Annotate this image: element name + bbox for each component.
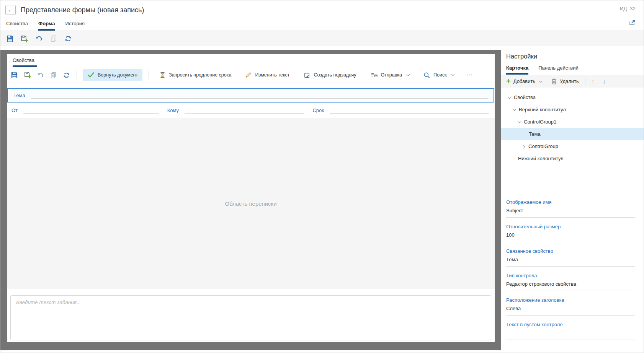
from-field[interactable]: От [11,107,159,113]
toolbar-separator [585,78,585,85]
toolbar-separator [149,71,149,79]
page-title: Представление формы (новая запись) [21,6,144,14]
chevron-down-icon [539,79,542,82]
settings-panel: Настройки Карточка Панель действий + Доб… [501,50,644,350]
subject-field-input[interactable] [31,98,488,99]
record-id: ИД: 32 [620,6,636,11]
chevron-down-icon [407,73,410,76]
hourglass-icon [160,72,165,78]
property-editor: Отображаемое имя Subject Относительный р… [501,190,644,340]
property-relative-size: Относительный размер 100 [506,218,635,242]
edit-text-button[interactable]: Изменить текст [241,69,294,81]
delete-button[interactable]: Удалить [551,78,579,85]
property-bound-property: Связанное свойство Тема [506,242,635,267]
tree-item-properties[interactable]: Свойства [501,91,644,103]
tab-history[interactable]: История [65,21,85,31]
property-value[interactable]: Тема [506,257,635,263]
property-value[interactable]: Редактор строкового свойства [506,281,635,287]
form-designer-canvas: Свойства [0,50,501,350]
deadline-field[interactable]: Срок [312,107,489,113]
correspondence-area: Область переписки [7,118,495,289]
page-header: ← Представление формы (новая запись) ИД:… [0,0,644,31]
form-save-icon[interactable] [10,71,18,79]
move-down-button[interactable]: ↓ [603,78,606,85]
pencil-icon [245,72,252,78]
save-and-add-icon[interactable] [20,35,28,43]
back-button[interactable]: ← [5,5,16,15]
form-tabbar: Свойства [7,54,495,67]
tree-item-controlgroup1[interactable]: ControlGroup1 [501,115,644,128]
tree-item-header[interactable]: Верхний колонтитул [501,103,644,115]
tree-item-controlgroup[interactable]: ControlGroup [501,140,644,152]
undo-icon[interactable] [35,35,43,43]
property-display-name: Отображаемое имя Subject [506,190,635,218]
subtask-icon [304,72,310,78]
to-field-input[interactable] [185,113,304,114]
copy-icon[interactable] [49,35,57,43]
refresh-icon[interactable] [64,35,72,43]
property-value[interactable]: Subject [506,208,635,214]
spacer [501,164,644,190]
tab-action-panel[interactable]: Панель действий [538,65,578,75]
property-control-type: Тип контрола Редактор строкового свойств… [506,267,635,291]
task-text-section [7,289,495,342]
settings-tabs: Карточка Панель действий [506,65,635,75]
property-value[interactable]: 100 [506,232,635,238]
controls-tree: Свойства Верхний колонтитул ControlGroup… [501,91,644,164]
request-extension-button[interactable]: Запросить продление срока [155,69,236,81]
return-document-button[interactable]: Вернуть документ [83,69,142,81]
form-fields-row: От Кому Срок [7,102,495,118]
property-value[interactable]: Слева [506,306,635,312]
chevron-down-icon [451,73,454,76]
tab-properties[interactable]: Свойства [6,21,28,31]
subject-field-label: Тема [13,93,31,98]
settings-toolbar: + Добавить Удалить ↑ [501,75,644,88]
form-tab-properties[interactable]: Свойства [13,57,37,67]
property-empty-control-text: Текст в пустом контроле [506,316,635,340]
send-icon [371,72,378,78]
send-button[interactable]: Отправка [366,69,414,81]
trash-icon [551,78,557,85]
more-actions-button[interactable]: ⋯ [464,72,476,78]
chevron-down-icon[interactable] [508,95,512,99]
tab-card[interactable]: Карточка [506,65,528,75]
deadline-field-input[interactable] [330,113,489,114]
form-save-and-add-icon[interactable] [23,71,31,79]
form-copy-icon[interactable] [49,71,57,79]
check-icon [88,72,94,78]
correspondence-area-label: Область переписки [225,200,276,207]
search-button[interactable]: Поиск [419,69,459,81]
chevron-down-icon[interactable] [513,107,517,111]
back-arrow-icon: ← [8,7,14,13]
plus-icon: + [506,78,511,84]
chevron-down-icon[interactable] [518,119,521,123]
open-in-window-icon[interactable] [629,19,636,26]
content-area: Свойства [0,50,644,350]
move-up-button[interactable]: ↑ [592,78,595,85]
toolbar-separator [77,71,77,79]
form-undo-icon[interactable] [36,71,44,79]
form-preview: Свойства [7,54,495,342]
from-field-input[interactable] [23,113,159,114]
form-toolbar: Вернуть документ Запросить прод [7,67,495,83]
page-toolbar [0,31,644,46]
to-field[interactable]: Кому [167,107,304,113]
save-icon[interactable] [6,35,14,43]
create-subtask-button[interactable]: Создать подзадачу [299,69,361,81]
task-text-input[interactable] [10,295,491,340]
subject-field-selected[interactable]: Тема [7,88,494,102]
add-button[interactable]: + Добавить [506,78,542,84]
tree-item-footer[interactable]: Нижний колонтитул [501,152,644,164]
app-window: ← Представление формы (новая запись) ИД:… [0,0,644,353]
form-refresh-icon[interactable] [62,71,70,79]
chevron-right-icon[interactable] [521,145,525,148]
property-value[interactable] [506,330,635,336]
tree-item-subject[interactable]: Тема [501,128,644,140]
search-icon [423,72,430,78]
settings-title: Настройки [506,53,635,60]
tab-form[interactable]: Форма [38,21,55,31]
page-tabs: Свойства Форма История [5,21,637,31]
property-label-position: Расположение заголовка Слева [506,291,635,316]
